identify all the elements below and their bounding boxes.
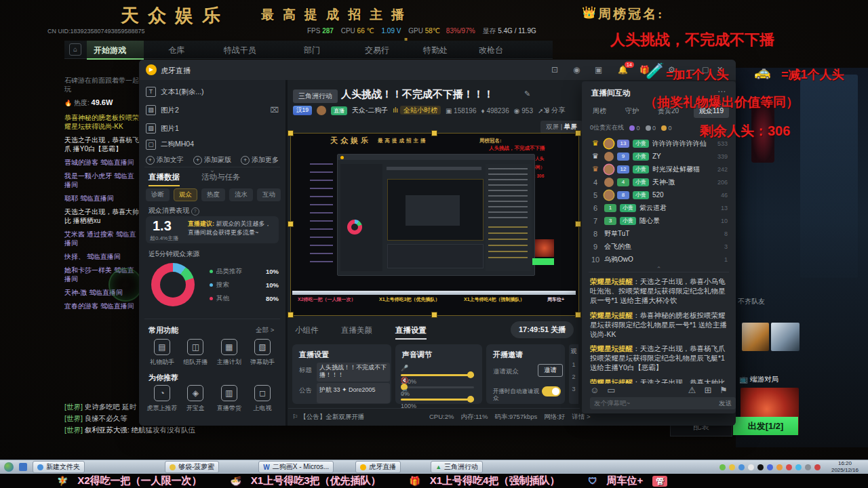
- theme-icon[interactable]: ◉: [573, 65, 580, 75]
- stream-preview-canvas[interactable]: 天众娱乐 最高提成招主播 周榜冠名: 人头挑战，不完成不下播 =加1个人头 =减…: [290, 133, 579, 316]
- level-badge: 1: [604, 204, 616, 212]
- resize-handle[interactable]: [288, 312, 294, 318]
- taskbar-item-word[interactable]: W二狗画X - Micros...: [258, 461, 334, 473]
- func-gift-helper[interactable]: ▤礼物助手: [146, 339, 178, 367]
- screenshot-icon[interactable]: ⊡: [551, 65, 558, 75]
- teammate-thumb[interactable]: [771, 323, 800, 351]
- tab-activities[interactable]: 活动与任务: [201, 172, 241, 182]
- tab-live-data[interactable]: 直播数据: [149, 172, 180, 186]
- hour-rank-badge[interactable]: ılı 全站小时榜: [393, 106, 441, 115]
- tab-beauty[interactable]: 直播美颜: [341, 325, 372, 336]
- nav-tab-operators[interactable]: 特战干员: [224, 45, 256, 56]
- screenshare-icon[interactable]: ⊞: [704, 385, 711, 395]
- nav-tab-special[interactable]: 特勤处: [423, 45, 448, 56]
- tab-live-settings[interactable]: 直播设置: [395, 325, 427, 340]
- notice-input[interactable]: 护航 33 ✦ Dore2005: [317, 383, 390, 403]
- scene-item-capture[interactable]: ▢ 二狗MH04: [146, 138, 279, 151]
- func-anchor-plan[interactable]: ▦主播计划: [213, 339, 245, 367]
- func-danmu-helper[interactable]: ▧弹幕助手: [246, 339, 279, 367]
- rank-row[interactable]: 10 乌鸦OwO 1: [590, 253, 728, 266]
- nav-tab-department[interactable]: 部门: [304, 45, 320, 56]
- music-slider[interactable]: [401, 399, 474, 401]
- chip-interact[interactable]: 互动: [257, 188, 281, 201]
- func-live-commerce[interactable]: ▥直播带货: [213, 385, 245, 413]
- rank-row[interactable]: 6 1 小贵 紫云道君 13: [590, 201, 728, 214]
- invite-button[interactable]: 邀请: [538, 364, 563, 377]
- single-screen-option[interactable]: 单屏: [564, 123, 577, 130]
- rank-row[interactable]: 4 4 小贵 天神-激 206: [590, 176, 728, 188]
- nav-tab-gunsmith[interactable]: 改枪台: [479, 45, 503, 56]
- func-team-live[interactable]: ◫组队开播: [179, 339, 212, 367]
- resize-handle[interactable]: [288, 130, 294, 136]
- scene-label: 二狗MH04: [161, 140, 194, 149]
- category-badge[interactable]: 三角洲行动: [293, 89, 338, 103]
- danmu-input[interactable]: 发个弹幕吧~: [594, 399, 719, 408]
- tray-icons[interactable]: [719, 464, 821, 470]
- nav-tab-market[interactable]: 交易行: [365, 45, 389, 56]
- dual-screen-option[interactable]: 双屏: [546, 123, 559, 130]
- r9: 9: [590, 243, 601, 251]
- resize-handle[interactable]: [431, 312, 437, 318]
- tab-widgets[interactable]: 小组件: [295, 325, 319, 336]
- chip-diagnose[interactable]: 诊断: [146, 188, 170, 201]
- func-treasure-box[interactable]: ◈开宝盒: [179, 385, 212, 413]
- emoji-icon[interactable]: ☺: [590, 385, 599, 395]
- add-more-button[interactable]: + 添加更多: [241, 155, 279, 165]
- share-button[interactable]: ⇲ 分享: [543, 106, 566, 115]
- rank-row[interactable]: 5 8 小贵 520 46: [590, 188, 728, 201]
- r7: 7: [590, 217, 601, 225]
- taskbar-item-folder[interactable]: 新建文件夹: [33, 461, 85, 473]
- rank-row[interactable]: 8 野草TuT 8: [590, 227, 728, 240]
- home-icon[interactable]: ⌂: [69, 43, 81, 56]
- resize-handle[interactable]: [288, 221, 294, 227]
- add-text-button[interactable]: + 添加文字: [146, 155, 184, 165]
- taskbar-item-qq[interactable]: 够袋-菠萝蜜: [165, 461, 219, 473]
- status-mem: 内存:11%: [460, 413, 488, 422]
- resize-handle[interactable]: [431, 130, 437, 136]
- scene-item-text1[interactable]: T 文本1(剩余...): [146, 83, 279, 101]
- trash-icon[interactable]: ⌧: [270, 106, 279, 115]
- taskbar-item-huya[interactable]: 虎牙直播: [355, 461, 401, 473]
- depart-button[interactable]: 出发[1/2]: [733, 417, 798, 435]
- resize-handle[interactable]: [575, 312, 581, 318]
- send-button[interactable]: 发送: [719, 399, 732, 408]
- start-button[interactable]: [4, 462, 14, 472]
- nav-tab-start-game[interactable]: 开始游戏: [94, 45, 126, 56]
- rank-row[interactable]: ♛ 12 小贵 时光深处鲜馨猫 242: [590, 163, 728, 176]
- tab-guardian[interactable]: 守护: [621, 104, 643, 118]
- tab-week-rank[interactable]: 周榜: [589, 104, 610, 118]
- common-all-link[interactable]: 全部 >: [256, 326, 274, 335]
- gamepad-icon[interactable]: ▣: [595, 65, 602, 75]
- prize-icon[interactable]: ▭: [607, 385, 615, 395]
- add-mask-button[interactable]: + 添加蒙版: [193, 155, 231, 165]
- edit-title-icon[interactable]: ✎: [524, 89, 530, 98]
- func-ticket-promo[interactable]: ◔虎票上推荐: [146, 385, 178, 413]
- flag-icon[interactable]: ⚑: [719, 385, 728, 395]
- rank-row[interactable]: ♛ 9 小贵 ZY 339: [590, 150, 728, 163]
- taskbar-item-delta[interactable]: ▲三角洲行动: [431, 461, 483, 473]
- rank-row[interactable]: 9 会飞的鱼 3: [590, 240, 728, 253]
- speaker-slider[interactable]: [401, 386, 474, 388]
- rank-row[interactable]: 7 3 小贵 随心景 10: [590, 214, 728, 227]
- nav-tab-warehouse[interactable]: 仓库: [168, 45, 184, 56]
- scene-item-image2[interactable]: ▨ 图片2 ⌧: [146, 101, 279, 119]
- status-more-link[interactable]: 详情 >: [572, 413, 590, 422]
- title-input[interactable]: 人头挑战！！不完成不下播！！！: [317, 363, 390, 382]
- report-icon[interactable]: ⚠: [688, 385, 696, 395]
- teammate-thumb[interactable]: [742, 323, 769, 351]
- status-notice[interactable]: 【公告】全新双屏开播: [300, 413, 364, 420]
- resize-handle[interactable]: [575, 130, 581, 136]
- scene-item-image1[interactable]: ▨ 图片1: [146, 119, 279, 138]
- close-live-button[interactable]: 17:49:51 关播: [511, 321, 574, 338]
- chip-audience[interactable]: 观众: [174, 188, 197, 201]
- info-icon[interactable]: ?: [191, 207, 199, 216]
- resize-handle[interactable]: [575, 221, 581, 227]
- auto-invite-toggle[interactable]: [542, 386, 561, 396]
- chip-revenue[interactable]: 流水: [229, 188, 253, 201]
- func-on-tv[interactable]: ◻上电视: [246, 385, 279, 413]
- explorer-icon[interactable]: [19, 463, 27, 471]
- mic-slider[interactable]: [401, 374, 474, 376]
- chip-heat[interactable]: 热度: [201, 188, 225, 201]
- clock[interactable]: 16:20 2025/12/16: [831, 460, 859, 473]
- viewer-list-sliver[interactable]: 观 1 2 3: [569, 344, 578, 404]
